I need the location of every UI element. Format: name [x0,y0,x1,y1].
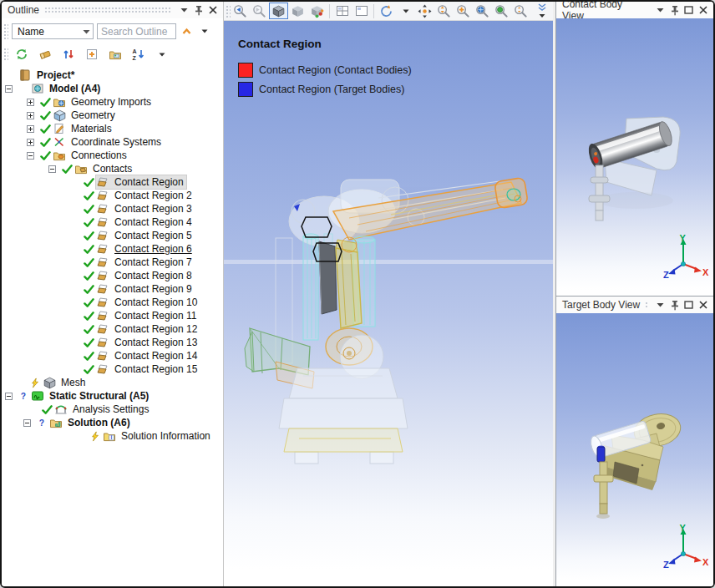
application-window: Outline Name AZ Project*Model (A4)Geomet… [0,0,715,588]
expand-all-button[interactable] [82,46,102,63]
close-icon[interactable] [696,4,710,17]
multi-body-display-button[interactable] [307,3,327,19]
chevron-down-icon[interactable] [653,299,667,312]
shaded-exterior-edges-button[interactable] [269,3,288,19]
viewports-layout-button[interactable] [332,3,352,19]
outline-filter-bar: Name [2,18,223,44]
target-body-viewport[interactable]: Y X Z [556,313,713,586]
folder-views-button[interactable] [105,46,125,63]
filter-type-combobox[interactable]: Name [12,23,94,39]
tree-item-solution-a6[interactable]: ?Solution (A6) [2,416,223,429]
contact-color-swatch [238,63,253,78]
tree-item-contact-region-4[interactable]: Contact Region 4 [2,215,223,229]
maximize-icon[interactable] [682,299,696,312]
sort-az-button[interactable]: AZ [129,46,149,63]
chevron-down-small-icon[interactable] [197,25,211,38]
previous-zoom-button[interactable] [511,3,530,19]
coordinate-systems-icon [53,135,68,149]
box-zoom-button[interactable] [454,3,473,19]
tree-item-coordinate-systems[interactable]: Coordinate Systems [2,135,223,149]
pin-icon[interactable] [667,4,682,17]
triad: Y X Z [663,233,709,280]
refresh-button[interactable] [12,46,32,63]
toolbar-drag-handle[interactable] [3,48,8,61]
collapse-tree-icon[interactable] [23,419,37,427]
outline-tree: Project*Model (A4)Geometry ImportsGeomet… [2,67,223,586]
tree-item-contact-region-10[interactable]: Contact Region 10 [2,296,223,309]
chevron-down-icon[interactable] [177,4,191,17]
close-icon[interactable] [205,4,220,17]
expand-tree-icon[interactable] [27,125,40,133]
collapse-tree-icon[interactable] [27,152,40,160]
tree-item-mesh[interactable]: Mesh [2,376,223,389]
toolbar-separator [373,4,374,18]
collapse-tree-icon[interactable] [5,85,18,93]
expand-tree-icon[interactable] [27,99,40,106]
collapse-tree-icon[interactable] [48,165,62,173]
main-viewport[interactable]: Contact Region Contact Region (Contact B… [224,21,553,586]
viewport-single-button[interactable] [352,3,371,19]
tree-item-solution-information[interactable]: iSolution Information [2,429,223,443]
collapse-tree-icon[interactable] [5,393,18,400]
zoom-back-button[interactable] [231,3,250,19]
contact-icon [96,189,112,202]
tree-item-contact-region-12[interactable]: Contact Region 12 [2,322,223,336]
pan-button[interactable] [415,3,434,19]
tree-item-materials[interactable]: Materials [2,122,223,135]
project-icon [18,68,34,82]
pin-icon[interactable] [191,4,205,17]
maximize-icon[interactable] [682,4,696,17]
tree-item-model-a4[interactable]: Model (A4) [2,82,223,95]
tree-item-static-structural-a5[interactable]: ?Static Structural (A5) [2,389,223,403]
shaded-exterior-button[interactable] [288,3,307,19]
toolbar-drag-handle[interactable] [3,23,8,39]
check-status-icon [84,284,96,295]
zoom-button[interactable] [434,3,454,19]
rotate-button[interactable] [377,3,396,19]
contact-icon [96,349,112,362]
header-drag-texture [645,302,648,308]
toolbar-overflow-button[interactable] [532,3,551,19]
tree-item-label: Contact Region 13 [112,337,200,348]
tree-item-label: Contact Region 9 [112,283,195,295]
tree-item-contact-region-8[interactable]: Contact Region 8 [2,269,223,282]
check-status-icon [84,364,96,375]
eraser-button[interactable] [35,46,55,63]
chevron-down-icon[interactable] [653,4,667,17]
tree-item-contacts[interactable]: Contacts [2,162,223,175]
legend-title: Contact Region [238,38,412,50]
check-status-icon [40,110,53,121]
contact-body-viewport[interactable]: Y X Z [556,18,713,296]
tree-item-geometry[interactable]: Geometry [2,109,223,122]
rotate-options-dropdown-button[interactable] [396,3,415,19]
close-icon[interactable] [696,299,710,312]
collapse-up-icon[interactable] [180,25,194,38]
static-structural-icon [31,389,47,403]
tree-item-contact-region-14[interactable]: Contact Region 14 [2,349,223,362]
tree-item-contact-region-7[interactable]: Contact Region 7 [2,256,223,269]
tree-item-contact-region-5[interactable]: Contact Region 5 [2,229,223,242]
outline-toolbar-buttons: AZ [12,46,172,63]
more-dropdown-button[interactable] [152,46,172,63]
tree-item-contact-region-15[interactable]: Contact Region 15 [2,362,223,376]
tree-item-analysis-settings[interactable]: Analysis Settings [2,403,223,416]
tree-item-geometry-imports[interactable]: Geometry Imports [2,95,223,109]
zoom-to-selection-button[interactable] [492,3,511,19]
zoom-fit-button[interactable] [473,3,492,19]
pin-icon[interactable] [667,299,682,312]
tree-item-contact-region-9[interactable]: Contact Region 9 [2,282,223,296]
tree-item-connections[interactable]: Connections [2,149,223,162]
tree-item-contact-region[interactable]: Contact Region [2,175,223,189]
expand-tree-icon[interactable] [27,112,40,119]
search-outline-input[interactable] [97,23,176,39]
tree-item-contact-region-3[interactable]: Contact Region 3 [2,202,223,215]
tree-item-contact-region-11[interactable]: Contact Region 11 [2,309,223,322]
tree-item-contact-region-2[interactable]: Contact Region 2 [2,189,223,202]
tree-item-contact-region-13[interactable]: Contact Region 13 [2,336,223,349]
zoom-forward-button[interactable] [250,3,269,19]
sort-updown-button[interactable] [58,46,79,63]
tree-item-project[interactable]: Project* [2,68,223,82]
tree-item-contact-region-6[interactable]: Contact Region 6 [2,242,223,256]
expand-tree-icon[interactable] [27,139,40,146]
tree-item-label: Contact Region 8 [112,270,195,281]
